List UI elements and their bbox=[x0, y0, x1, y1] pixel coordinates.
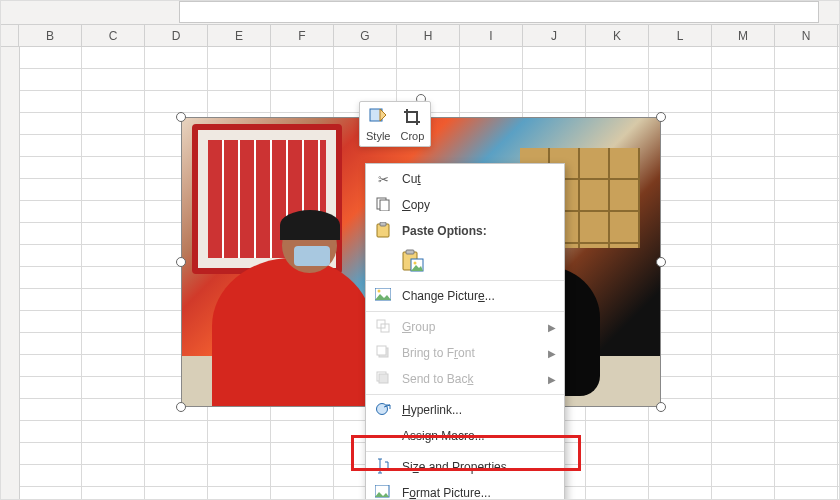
paste-header-icon bbox=[372, 222, 394, 241]
col-header[interactable]: C bbox=[82, 25, 145, 46]
menu-bring-to-front: Bring to Front ▶ bbox=[366, 340, 564, 366]
col-header[interactable]: K bbox=[586, 25, 649, 46]
menu-format-picture[interactable]: Format Picture... bbox=[366, 480, 564, 500]
col-header[interactable]: I bbox=[460, 25, 523, 46]
change-picture-icon bbox=[372, 288, 394, 305]
resize-handle[interactable] bbox=[656, 402, 666, 412]
format-picture-icon bbox=[372, 485, 394, 501]
col-header[interactable]: J bbox=[523, 25, 586, 46]
worksheet-grid[interactable]: Style Crop ✂ Cut Copy Paste Options: bbox=[1, 47, 839, 500]
picture-context-menu: ✂ Cut Copy Paste Options: Change bbox=[365, 163, 565, 500]
send-back-icon bbox=[372, 371, 394, 388]
svg-point-10 bbox=[378, 289, 381, 292]
resize-handle[interactable] bbox=[656, 112, 666, 122]
col-header[interactable]: M bbox=[712, 25, 775, 46]
resize-handle[interactable] bbox=[176, 112, 186, 122]
menu-group: Group ▶ bbox=[366, 314, 564, 340]
style-label: Style bbox=[366, 130, 390, 142]
style-icon bbox=[367, 106, 389, 128]
col-header[interactable]: E bbox=[208, 25, 271, 46]
resize-handle[interactable] bbox=[656, 257, 666, 267]
menu-assign-macro[interactable]: Assign Macro... bbox=[366, 423, 564, 449]
menu-size-and-properties[interactable]: Size and Properties... bbox=[366, 454, 564, 480]
menu-separator bbox=[366, 280, 564, 281]
menu-paste-picture[interactable] bbox=[366, 244, 564, 278]
submenu-arrow-icon: ▶ bbox=[548, 348, 556, 359]
col-header[interactable]: F bbox=[271, 25, 334, 46]
size-properties-icon bbox=[372, 458, 394, 477]
col-header[interactable]: D bbox=[145, 25, 208, 46]
svg-point-8 bbox=[414, 262, 417, 265]
select-all-corner[interactable] bbox=[1, 25, 19, 46]
submenu-arrow-icon: ▶ bbox=[548, 322, 556, 333]
bring-front-icon bbox=[372, 345, 394, 362]
menu-change-picture[interactable]: Change Picture... bbox=[366, 283, 564, 309]
svg-rect-6 bbox=[406, 250, 414, 254]
svg-point-17 bbox=[377, 403, 388, 414]
menu-hyperlink[interactable]: Hyperlink... bbox=[366, 397, 564, 423]
menu-copy[interactable]: Copy bbox=[366, 192, 564, 218]
crop-label: Crop bbox=[400, 130, 424, 142]
column-headers-row: B C D E F G H I J K L M N bbox=[1, 25, 839, 47]
style-button[interactable]: Style bbox=[366, 106, 390, 142]
col-header[interactable]: H bbox=[397, 25, 460, 46]
menu-separator bbox=[366, 451, 564, 452]
svg-rect-2 bbox=[380, 200, 389, 211]
svg-rect-4 bbox=[380, 222, 386, 226]
hyperlink-icon bbox=[372, 402, 394, 419]
crop-button[interactable]: Crop bbox=[400, 106, 424, 142]
menu-send-to-back: Send to Back ▶ bbox=[366, 366, 564, 392]
menu-separator bbox=[366, 311, 564, 312]
formula-bar bbox=[1, 1, 839, 25]
resize-handle[interactable] bbox=[176, 402, 186, 412]
resize-handle[interactable] bbox=[176, 257, 186, 267]
menu-separator bbox=[366, 394, 564, 395]
svg-rect-14 bbox=[377, 346, 386, 355]
copy-icon bbox=[372, 197, 394, 214]
svg-rect-16 bbox=[379, 374, 388, 383]
col-header[interactable]: N bbox=[775, 25, 838, 46]
crop-icon bbox=[401, 106, 423, 128]
menu-paste-options-header: Paste Options: bbox=[366, 218, 564, 244]
menu-cut[interactable]: ✂ Cut bbox=[366, 166, 564, 192]
submenu-arrow-icon: ▶ bbox=[548, 374, 556, 385]
col-header[interactable]: B bbox=[19, 25, 82, 46]
cut-icon: ✂ bbox=[372, 172, 394, 187]
paste-picture-icon bbox=[402, 249, 424, 273]
group-icon bbox=[372, 319, 394, 336]
col-header[interactable]: L bbox=[649, 25, 712, 46]
picture-mini-toolbar: Style Crop bbox=[359, 101, 431, 147]
col-header[interactable]: G bbox=[334, 25, 397, 46]
formula-input[interactable] bbox=[179, 1, 819, 23]
